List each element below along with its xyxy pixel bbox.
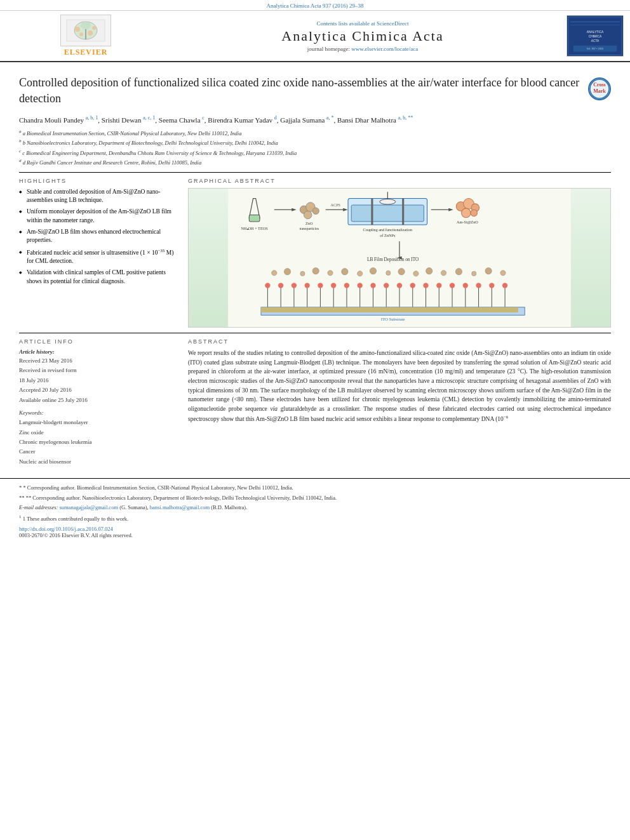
svg-point-55: [278, 283, 283, 288]
keyword-5: Nucleic acid biosensor: [19, 457, 178, 467]
svg-point-104: [455, 268, 462, 274]
authors-line: Chandra Mouli Pandey a, b, 1, Srishti De…: [19, 114, 611, 125]
footnote-1: 1 1 These authors contributed equally to…: [19, 514, 611, 523]
homepage-url[interactable]: www.elsevier.com/locate/aca: [351, 46, 418, 52]
svg-text:nanoparticles: nanoparticles: [300, 227, 319, 230]
graphical-abstract-section: GRAPHICAL ABSTRACT NH₂OH + TEOS: [188, 178, 611, 328]
svg-text:of ZnNPs: of ZnNPs: [380, 233, 396, 237]
svg-point-91: [272, 270, 277, 276]
history-label: Article history:: [19, 349, 178, 355]
svg-point-45: [462, 208, 471, 218]
svg-text:ZnO: ZnO: [305, 221, 313, 225]
accepted-date: Accepted 20 July 2016: [19, 386, 178, 395]
affiliation-c: c c Biomedical Engineering Department, D…: [19, 148, 611, 157]
svg-point-27: [312, 208, 319, 214]
keywords-heading: Keywords:: [19, 410, 178, 416]
svg-point-94: [312, 267, 319, 274]
svg-rect-34: [351, 205, 424, 222]
highlight-item-1: Stable and controlled deposition of Am-S…: [19, 188, 178, 205]
svg-point-105: [472, 271, 476, 276]
highlight-item-4: Fabricated nucleic acid sensor is ultras…: [19, 248, 178, 266]
svg-point-61: [318, 283, 323, 288]
svg-point-100: [398, 268, 405, 274]
svg-text:Am-Si@ZnO: Am-Si@ZnO: [457, 220, 478, 224]
highlights-section: HIGHLIGHTS Stable and controlled deposit…: [19, 178, 178, 328]
revised-date: 18 July 2016: [19, 377, 178, 385]
svg-rect-35: [371, 198, 373, 225]
article-title: Controlled deposition of functionalized …: [19, 75, 588, 107]
keyword-4: Cancer: [19, 447, 178, 457]
svg-point-97: [358, 271, 363, 276]
svg-point-57: [292, 283, 297, 288]
svg-point-102: [426, 267, 432, 274]
journal-cover-area: ANALYTICA CHIMICA ACTA Vol. 937 • 2016: [560, 15, 624, 57]
svg-point-93: [300, 271, 305, 276]
svg-point-92: [284, 268, 290, 274]
svg-text:Mark: Mark: [593, 88, 606, 94]
email2-link[interactable]: bansi.malhotra@gmail.com: [150, 504, 210, 510]
svg-text:Vol. 937 • 2016: Vol. 937 • 2016: [587, 48, 603, 51]
sciencedirect-link[interactable]: ScienceDirect: [377, 20, 408, 27]
svg-point-71: [384, 283, 389, 288]
svg-point-98: [370, 267, 376, 274]
svg-point-63: [331, 283, 336, 288]
received-date: Received 23 May 2016: [19, 357, 178, 366]
svg-point-3: [81, 22, 91, 29]
svg-text:LB Film Deposition on ITO: LB Film Deposition on ITO: [367, 257, 419, 262]
available-date: Available online 25 July 2016: [19, 396, 178, 405]
svg-point-96: [342, 268, 348, 274]
affiliation-b: b b Nanoibioelectronics Laboratory, Depa…: [19, 138, 611, 147]
svg-point-95: [328, 270, 333, 276]
svg-point-107: [500, 270, 506, 276]
middle-divider: [19, 333, 611, 333]
highlight-item-5: Validation with clinical samples of CML …: [19, 269, 178, 286]
elsevier-logo: ELSEVIER: [6, 15, 165, 57]
svg-point-103: [441, 270, 446, 276]
svg-rect-90: [261, 307, 518, 312]
affiliation-a: a a Biomedical Instrumentation Section, …: [19, 128, 611, 138]
footer-copyright-section: http://dx.doi.org/10.1016/j.aca.2016.07.…: [19, 526, 611, 538]
svg-point-53: [265, 283, 270, 288]
abstract-heading: ABSTRACT: [188, 338, 611, 345]
svg-point-99: [386, 270, 391, 275]
keyword-1: Langmuir-blodgett monolayer: [19, 418, 178, 427]
svg-point-83: [463, 283, 468, 288]
journal-banner-center: Contents lists available at ScienceDirec…: [165, 20, 560, 52]
email1-link[interactable]: sumanagajjala@gmail.com: [59, 504, 118, 510]
svg-text:ACTA: ACTA: [591, 39, 600, 43]
copyright-text: 0003-2670/© 2016 Elsevier B.V. All right…: [19, 532, 133, 538]
main-content: Controlled deposition of functionalized …: [0, 62, 630, 473]
article-info-section: ARTICLE INFO Article history: Received 2…: [19, 338, 178, 467]
elsevier-graphic: [60, 15, 111, 46]
svg-point-4: [75, 27, 80, 32]
highlight-item-2: Uniform monolayer deposition of the Am-S…: [19, 208, 178, 225]
svg-point-5: [92, 26, 96, 30]
journal-citation-bar: Analytica Chimica Acta 937 (2016) 29–38: [0, 0, 630, 11]
graphical-abstract-heading: GRAPHICAL ABSTRACT: [188, 178, 611, 184]
svg-point-85: [476, 283, 481, 288]
elsevier-wordmark: ELSEVIER: [64, 48, 108, 57]
corresponding-1: * * Corresponding author. Biomedical Ins…: [19, 484, 611, 492]
journal-title: Analytica Chimica Acta: [165, 28, 560, 44]
page-footer: * * Corresponding author. Biomedical Ins…: [0, 478, 630, 543]
graphical-abstract-image: NH₂OH + TEOS ZnO nanoparticles: [188, 188, 611, 328]
crossmark-badge: Cross Mark: [588, 77, 611, 100]
doi-link[interactable]: http://dx.doi.org/10.1016/j.aca.2016.07.…: [19, 526, 113, 532]
journal-banner: ELSEVIER Contents lists available at Sci…: [0, 11, 630, 62]
svg-point-87: [489, 283, 494, 288]
article-title-section: Controlled deposition of functionalized …: [19, 75, 611, 109]
info-abstract-row: ARTICLE INFO Article history: Received 2…: [19, 338, 611, 467]
svg-point-38: [380, 199, 396, 204]
affiliation-d: d d Rajiv Gandhi Cancer Institute and Re…: [19, 157, 611, 167]
svg-point-67: [358, 283, 363, 288]
highlight-item-3: Am-Si@ZnO LB film shows enhanced electro…: [19, 228, 178, 245]
svg-point-81: [450, 283, 455, 288]
svg-point-65: [344, 283, 349, 288]
corresponding-2: ** ** Corresponding author. Nanoibioelec…: [19, 494, 611, 502]
svg-text:CHIMICA: CHIMICA: [589, 35, 602, 38]
homepage-line: journal homepage: www.elsevier.com/locat…: [165, 46, 560, 52]
journal-cover-image: ANALYTICA CHIMICA ACTA Vol. 937 • 2016: [566, 15, 624, 57]
keyword-2: Zinc oxide: [19, 428, 178, 437]
highlights-heading: HIGHLIGHTS: [19, 178, 178, 184]
svg-point-69: [370, 283, 375, 288]
